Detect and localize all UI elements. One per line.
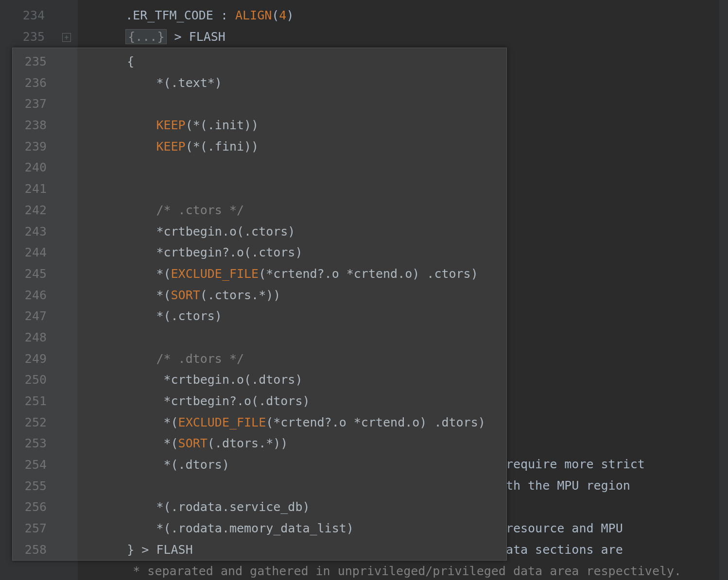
- popup-code-line: /* .dtors */: [98, 348, 506, 370]
- popup-code-line: *crtbegin.o(.ctors): [98, 221, 506, 242]
- popup-line-number: 238: [13, 115, 47, 136]
- code-editor[interactable]: 234235283 + .ER_TFM_CODE : ALIGN(4) {...…: [0, 0, 728, 580]
- popup-code-line: } > FLASH: [98, 539, 506, 561]
- code-token: *crtbegin.o(.dtors): [163, 373, 302, 387]
- code-line[interactable]: .ER_TFM_CODE : ALIGN(4): [96, 5, 728, 26]
- code-token: > FLASH: [167, 30, 225, 44]
- popup-line-number: 250: [13, 369, 47, 391]
- code-token: /* .dtors */: [156, 352, 244, 366]
- popup-code-line: *crtbegin?.o(.dtors): [98, 391, 506, 412]
- popup-line-number: 236: [13, 72, 47, 94]
- popup-code-line: KEEP(*(.init)): [98, 115, 506, 136]
- popup-line-number: 242: [13, 200, 47, 221]
- code-token: *(: [156, 267, 171, 281]
- code-token: .ER_TFM_CODE :: [125, 8, 235, 22]
- popup-line-number: 245: [13, 263, 47, 285]
- popup-line-number: 251: [13, 391, 47, 412]
- code-token: *(.rodata.service_db): [156, 500, 310, 514]
- popup-code-line: *(.rodata.service_db): [98, 496, 506, 518]
- code-token: KEEP: [156, 139, 185, 154]
- popup-code-line: *(.dtors): [98, 454, 506, 476]
- code-token: *(: [163, 415, 178, 429]
- code-token: SORT: [171, 288, 200, 302]
- popup-line-number: 258: [13, 539, 47, 561]
- code-token: * separated and gathered in unprivileged…: [133, 564, 681, 578]
- popup-line-number: 255: [13, 476, 47, 497]
- popup-line-number: 248: [13, 327, 47, 348]
- code-token: *(.dtors): [163, 458, 229, 472]
- popup-code-line: [98, 93, 506, 115]
- popup-code-line: *(SORT(.dtors.*)): [98, 433, 506, 454]
- popup-code-line: {: [98, 51, 506, 72]
- popup-line-number: 249: [13, 348, 47, 370]
- code-token: *(: [163, 436, 178, 450]
- popup-code-line: KEEP(*(.fini)): [98, 136, 506, 157]
- popup-line-number: 247: [13, 306, 47, 327]
- popup-line-number: 241: [13, 178, 47, 200]
- popup-line-number: 243: [13, 221, 47, 242]
- popup-code-line: [98, 157, 506, 178]
- popup-line-number: 253: [13, 433, 47, 454]
- code-token: *(.text*): [156, 76, 222, 90]
- popup-code-line: [98, 476, 506, 497]
- popup-code-line: *(.ctors): [98, 306, 506, 327]
- popup-line-number: 239: [13, 136, 47, 157]
- code-token: SORT: [178, 436, 208, 450]
- code-token: 4: [279, 8, 286, 22]
- code-token: (*crtend?.o *crtend.o) .ctors): [259, 267, 478, 281]
- code-token: *crtbegin?.o(.dtors): [163, 394, 310, 408]
- popup-fold-gutter: [59, 48, 77, 560]
- code-token: *(.rodata.memory_data_list): [156, 521, 353, 535]
- popup-line-number: 257: [13, 518, 47, 539]
- code-token: } > FLASH: [127, 543, 192, 557]
- popup-line-number-gutter: 2352362372382392402412422432442452462472…: [13, 48, 59, 560]
- code-token: *(.ctors): [156, 309, 222, 323]
- popup-code-line: *(EXCLUDE_FILE(*crtend?.o *crtend.o) .dt…: [98, 412, 506, 433]
- popup-code-line: *(EXCLUDE_FILE(*crtend?.o *crtend.o) .ct…: [98, 263, 506, 285]
- popup-line-number: 252: [13, 412, 47, 433]
- code-line[interactable]: * separated and gathered in unprivileged…: [96, 561, 728, 580]
- scrollbar-track[interactable]: [719, 0, 728, 580]
- fold-expand-icon[interactable]: +: [62, 33, 71, 42]
- code-token: EXCLUDE_FILE: [178, 415, 266, 429]
- code-token: /* .ctors */: [156, 203, 244, 217]
- folded-code-hover-popup: 2352362372382392402412422432442452462472…: [12, 48, 507, 561]
- popup-line-number: 240: [13, 157, 47, 178]
- code-token: *(: [156, 288, 171, 302]
- code-token: (.dtors.*)): [208, 436, 288, 450]
- popup-line-number: 244: [13, 242, 47, 263]
- code-token: (: [272, 8, 279, 22]
- popup-code-line: *(.text*): [98, 72, 506, 94]
- popup-code-line: [98, 327, 506, 348]
- line-number: 234: [0, 5, 45, 26]
- popup-code-line: *crtbegin.o(.dtors): [98, 369, 506, 391]
- code-token: {...}: [125, 29, 167, 44]
- line-number: 235: [0, 26, 45, 48]
- popup-code-line: /* .ctors */: [98, 200, 506, 221]
- popup-code-line: *crtbegin?.o(.ctors): [98, 242, 506, 263]
- popup-line-number: 256: [13, 496, 47, 518]
- code-token: *crtbegin?.o(.ctors): [156, 245, 302, 259]
- code-token: ): [286, 8, 294, 22]
- code-token: ALIGN: [235, 8, 272, 22]
- popup-line-number: 237: [13, 93, 47, 115]
- code-line[interactable]: {...} > FLASH: [96, 26, 728, 48]
- code-token: (*(.init)): [186, 118, 259, 132]
- code-token: {: [127, 54, 134, 68]
- popup-code-line: *(.rodata.memory_data_list): [98, 518, 506, 539]
- popup-code-line: [98, 178, 506, 200]
- code-token: (*(.fini)): [186, 139, 259, 154]
- code-token: (.ctors.*)): [200, 288, 281, 302]
- popup-line-number: 246: [13, 285, 47, 306]
- code-token: EXCLUDE_FILE: [171, 267, 259, 281]
- popup-line-number: 254: [13, 454, 47, 476]
- popup-code-area: { *(.text*) KEEP(*(.init)) KEEP(*(.fini)…: [77, 48, 506, 560]
- popup-line-number: 235: [13, 51, 47, 72]
- code-token: KEEP: [156, 118, 185, 132]
- popup-code-line: *(SORT(.ctors.*)): [98, 285, 506, 306]
- code-token: (*crtend?.o *crtend.o) .dtors): [266, 415, 485, 429]
- code-token: *crtbegin.o(.ctors): [156, 224, 295, 239]
